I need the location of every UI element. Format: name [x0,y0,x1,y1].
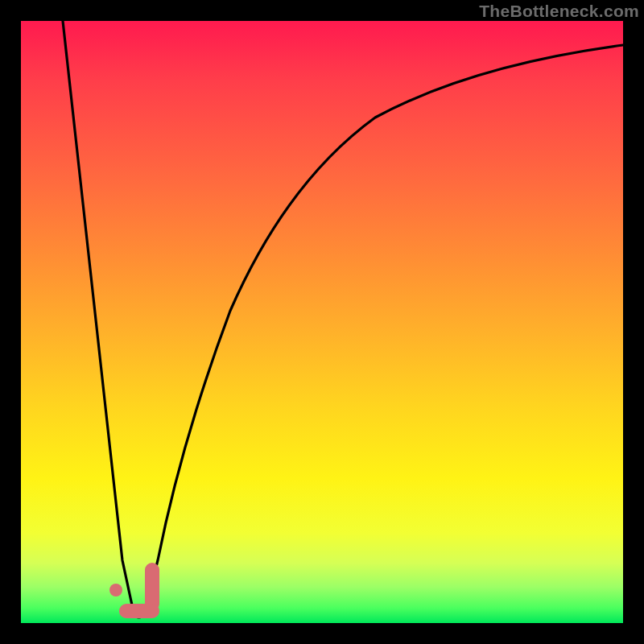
chart-frame: TheBottleneck.com [0,0,644,644]
marker-dot [109,584,122,597]
curve-layer [21,21,623,623]
watermark-text: TheBottleneck.com [479,2,639,21]
marker-hook-horiz [119,604,159,618]
bottleneck-curve [63,21,623,617]
plot-area [21,21,623,623]
